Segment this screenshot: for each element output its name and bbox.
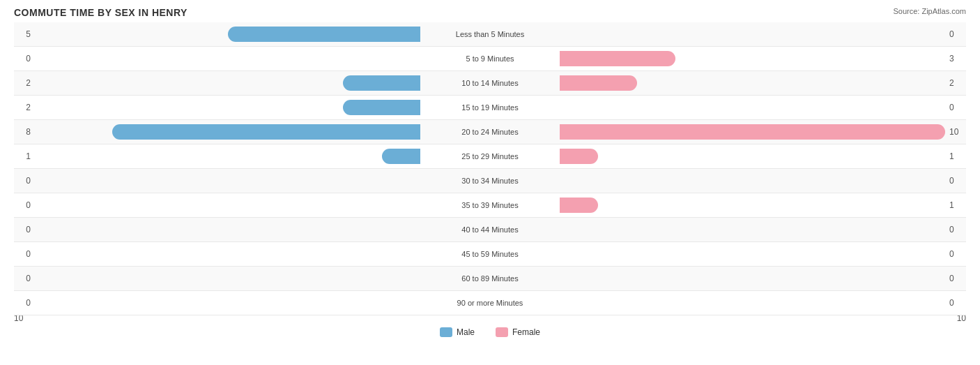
male-value: 2: [14, 103, 35, 112]
female-value: 0: [945, 29, 966, 39]
female-value: 0: [945, 176, 966, 186]
male-value: 2: [14, 78, 35, 88]
chart-area: 5Less than 5 Minutes005 to 9 Minutes3210…: [14, 22, 966, 311]
male-bar-container: [35, 124, 420, 140]
female-bar: [560, 124, 945, 140]
male-bar-container: [35, 173, 420, 188]
male-bar: [343, 75, 420, 91]
female-value: 3: [945, 54, 966, 64]
male-bar-container: [35, 295, 420, 311]
legend-female: Female: [496, 327, 540, 337]
female-bar-container: [560, 75, 945, 91]
male-bar-container: [35, 246, 420, 262]
male-bar-container: [35, 51, 420, 66]
male-bar: [112, 124, 420, 140]
male-bar: [228, 27, 421, 42]
female-bar-container: [560, 246, 945, 262]
male-label: Male: [457, 327, 475, 337]
female-swatch: [496, 327, 508, 337]
female-value: 0: [945, 103, 966, 112]
source-label: Source: ZipAtlas.com: [893, 7, 966, 15]
row-label: 20 to 24 Minutes: [420, 128, 560, 136]
chart-title: COMMUTE TIME BY SEX IN HENRY: [14, 7, 966, 18]
female-bar-container: [560, 51, 945, 66]
row-label: 30 to 34 Minutes: [420, 177, 560, 185]
chart-row: 040 to 44 Minutes0: [14, 218, 966, 242]
male-bar-container: [35, 100, 420, 115]
row-label: 40 to 44 Minutes: [420, 225, 560, 234]
male-value: 0: [14, 274, 35, 283]
female-bar-container: [560, 149, 945, 164]
male-value: 0: [14, 176, 35, 186]
legend: Male Female: [14, 327, 966, 337]
row-label: Less than 5 Minutes: [420, 30, 560, 38]
female-bar: [560, 149, 598, 164]
chart-row: 210 to 14 Minutes2: [14, 71, 966, 96]
male-bar: [382, 149, 420, 164]
chart-row: 030 to 34 Minutes0: [14, 169, 966, 193]
female-value: 10: [945, 127, 966, 137]
female-value: 0: [945, 274, 966, 283]
female-value: 0: [945, 225, 966, 234]
chart-row: 060 to 89 Minutes0: [14, 267, 966, 291]
row-label: 90 or more Minutes: [420, 299, 560, 307]
female-bar: [560, 51, 675, 66]
female-value: 2: [945, 78, 966, 88]
female-bar-container: [560, 173, 945, 188]
female-bar-container: [560, 222, 945, 237]
female-value: 0: [945, 298, 966, 308]
chart-container: COMMUTE TIME BY SEX IN HENRY Source: Zip…: [0, 0, 980, 365]
chart-row: 5Less than 5 Minutes0: [14, 22, 966, 47]
female-bar-container: [560, 124, 945, 140]
female-bar: [560, 198, 598, 213]
female-value: 1: [945, 151, 966, 161]
male-bar-container: [35, 198, 420, 213]
row-label: 5 to 9 Minutes: [420, 54, 560, 63]
male-bar-container: [35, 27, 420, 42]
chart-row: 215 to 19 Minutes0: [14, 96, 966, 120]
female-bar-container: [560, 198, 945, 213]
female-value: 1: [945, 200, 966, 210]
row-label: 10 to 14 Minutes: [420, 79, 560, 87]
male-bar-container: [35, 222, 420, 237]
male-value: 0: [14, 200, 35, 210]
row-label: 45 to 59 Minutes: [420, 250, 560, 258]
female-bar-container: [560, 27, 945, 42]
male-bar: [343, 100, 420, 115]
male-value: 8: [14, 127, 35, 137]
chart-row: 090 or more Minutes0: [14, 291, 966, 315]
female-bar-container: [560, 100, 945, 115]
female-bar-container: [560, 271, 945, 286]
male-value: 0: [14, 249, 35, 259]
row-label: 60 to 89 Minutes: [420, 274, 560, 283]
chart-row: 125 to 29 Minutes1: [14, 144, 966, 169]
row-label: 35 to 39 Minutes: [420, 201, 560, 209]
chart-row: 820 to 24 Minutes10: [14, 120, 966, 144]
male-value: 1: [14, 151, 35, 161]
male-value: 0: [14, 225, 35, 234]
male-bar-container: [35, 75, 420, 91]
male-value: 0: [14, 54, 35, 64]
male-bar-container: [35, 271, 420, 286]
male-swatch: [440, 327, 452, 337]
male-value: 0: [14, 298, 35, 308]
female-label: Female: [512, 327, 540, 337]
male-bar-container: [35, 149, 420, 164]
row-label: 15 to 19 Minutes: [420, 103, 560, 112]
chart-row: 05 to 9 Minutes3: [14, 47, 966, 71]
legend-male: Male: [440, 327, 475, 337]
row-label: 25 to 29 Minutes: [420, 152, 560, 161]
chart-row: 035 to 39 Minutes1: [14, 193, 966, 218]
chart-row: 045 to 59 Minutes0: [14, 242, 966, 267]
male-value: 5: [14, 29, 35, 39]
female-bar: [560, 75, 637, 91]
female-value: 0: [945, 249, 966, 259]
female-bar-container: [560, 295, 945, 311]
